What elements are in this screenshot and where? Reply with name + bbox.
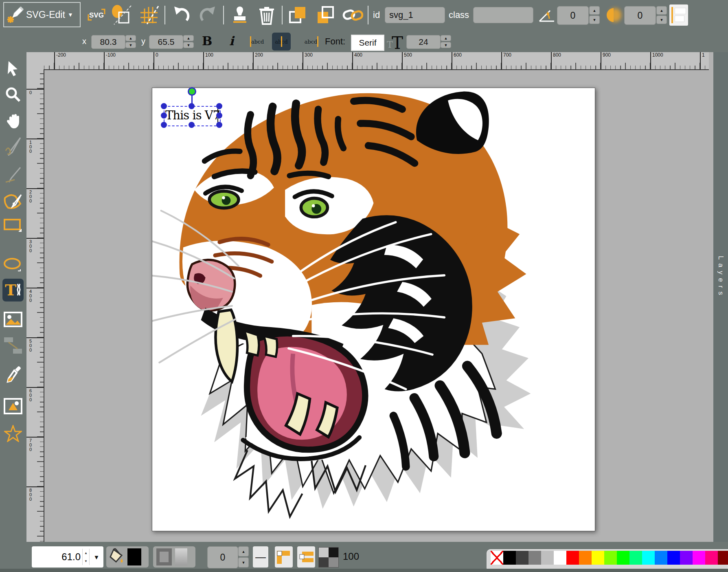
ruler-corner [26,52,44,70]
palette-swatch[interactable] [642,551,655,565]
selection-handle-se[interactable] [216,122,222,128]
selection-handle-sw[interactable] [161,122,167,128]
zoom-dropdown-icon[interactable]: ▼ [90,554,103,561]
ruler-label: 800 [551,52,561,69]
y-spinner[interactable]: ▲▼ [183,35,194,48]
stroke-width-value[interactable]: 0 [207,546,238,568]
zoom-spinner[interactable]: ▲▼ [82,549,90,565]
linejoin-button[interactable] [275,546,293,568]
opacity-value: 100 [343,551,359,562]
selection-handle-nw[interactable] [161,103,167,109]
shape-library-tool[interactable] [2,396,24,416]
blur-spinner[interactable]: ▲▼ [656,6,667,24]
font-family-button[interactable]: Serif [351,35,384,51]
fill-swatch [127,548,141,565]
move-top-button[interactable] [287,3,309,27]
svg-text:SVG: SVG [89,11,104,19]
palette-swatch[interactable] [592,551,604,565]
text-tool[interactable]: T [2,279,24,301]
wireframe-button[interactable] [110,3,134,27]
palette-swatch[interactable] [541,551,554,565]
angle-spinner[interactable]: ▲▼ [589,6,600,24]
x-value[interactable]: 80.3 [91,35,125,49]
linejoin-icon [277,549,291,565]
font-size-spinner[interactable]: ▲▼ [441,35,451,48]
pan-tool[interactable] [2,111,24,131]
grid-button[interactable] [138,3,161,27]
svg-canvas[interactable] [152,88,595,531]
star-tool[interactable] [2,424,24,443]
palette-swatch-none[interactable] [491,551,503,565]
palette-swatch[interactable] [680,551,693,565]
angle-value[interactable]: 0 [557,6,589,25]
make-link-button[interactable] [341,3,364,27]
align-button[interactable] [669,4,688,26]
delete-button[interactable] [256,3,278,27]
line-tool[interactable] [2,165,24,185]
zoom-tool[interactable] [2,85,24,104]
path-tool[interactable] [2,191,24,211]
rotate-handle[interactable] [188,87,196,96]
font-label: Font: [325,36,345,47]
stroke-dash-button[interactable]: — [253,546,268,568]
source-editor-button[interactable]: SVG [86,3,107,27]
ruler-label: 900 [601,52,611,69]
text-anchor-start-button[interactable]: abcd [248,33,266,51]
stroke-color-control[interactable] [153,546,195,568]
palette-swatch[interactable] [655,551,667,565]
text-anchor-end-button[interactable]: abcd [302,33,321,51]
ruler-label: 200 [26,188,44,203]
palette-swatch[interactable] [579,551,592,565]
select-tool[interactable] [2,59,24,78]
toolbar-separator [223,6,224,24]
blur-value[interactable]: 0 [624,6,656,25]
eyedropper-tool[interactable] [2,365,24,385]
zoom-value: 61.0 [32,551,82,563]
palette-swatch[interactable] [604,551,617,565]
connector-tool[interactable] [2,336,24,355]
opacity-swatch[interactable] [318,547,339,568]
element-class-input[interactable] [473,7,533,23]
ellipse-tool[interactable] [2,255,24,275]
italic-button[interactable]: i [229,34,234,48]
tiger-drawing [152,88,595,531]
main-menu-button[interactable]: SVG-Edit ▼ [3,2,81,27]
rectangle-tool[interactable] [2,216,24,235]
workspace: -200-10001002003004005006007008009001000… [26,52,713,542]
selection-handle-s[interactable] [189,122,195,128]
redo-button[interactable] [197,3,217,27]
palette-swatch[interactable] [718,551,728,565]
font-size-value[interactable]: 24 [406,35,441,49]
clone-button[interactable] [229,3,251,27]
linecap-button[interactable] [297,546,315,568]
element-id-input[interactable] [385,7,445,23]
y-value[interactable]: 65.5 [149,35,183,49]
image-tool[interactable] [2,310,24,329]
palette-swatch[interactable] [693,551,705,565]
palette-swatch[interactable] [503,551,516,565]
selection-handle-ne[interactable] [216,103,222,109]
layers-panel-toggle[interactable]: Layers [713,52,728,542]
palette-swatch[interactable] [516,551,528,565]
palette-swatch[interactable] [629,551,642,565]
svg-text:T: T [5,282,16,299]
x-spinner[interactable]: ▲▼ [125,35,136,48]
move-bottom-button[interactable] [314,3,335,27]
palette-swatch[interactable] [667,551,680,565]
palette-swatch[interactable] [705,551,718,565]
text-anchor-middle-button[interactable]: abcd [272,33,291,51]
bold-button[interactable]: B [202,34,212,48]
selection-handle-w[interactable] [161,112,167,119]
fill-color-control[interactable] [106,546,149,568]
selection-handle-n[interactable] [189,103,195,109]
palette-swatch[interactable] [617,551,629,565]
selection-handle-e[interactable] [216,112,222,119]
palette-swatch[interactable] [566,551,579,565]
palette-swatch[interactable] [528,551,541,565]
pencil-tool[interactable] [2,136,24,156]
y-label: y [141,37,145,46]
palette-swatch[interactable] [554,551,566,565]
zoom-control[interactable]: 61.0 ▲▼ ▼ [32,546,103,568]
undo-button[interactable] [172,3,192,27]
stroke-width-spinner[interactable]: ▲▼ [238,546,249,568]
